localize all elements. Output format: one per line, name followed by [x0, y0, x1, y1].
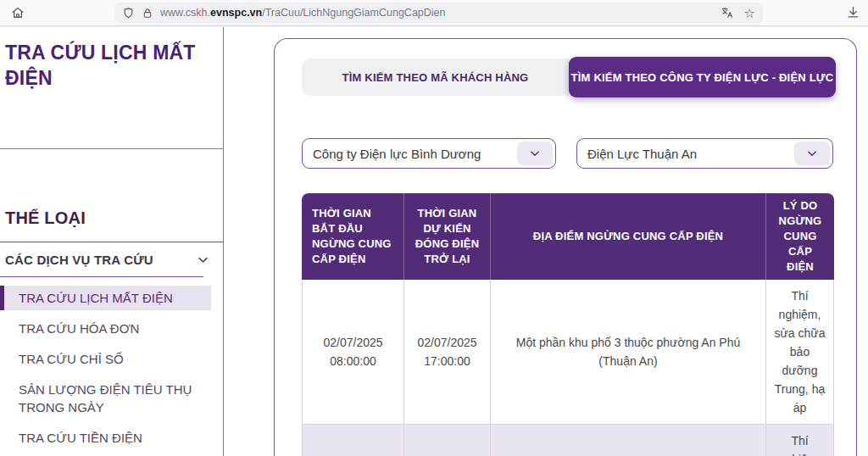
category-heading: THỂ LOẠI	[5, 209, 214, 228]
sidebar-menu: TRA CỨU LỊCH MẤT ĐIỆN TRA CỨU HÓA ĐƠN TR…	[5, 286, 214, 450]
sidebar-item-tra-cuu-tien-dien[interactable]: TRA CỨU TIỀN ĐIỆN	[5, 425, 214, 450]
col-header-start-time: THỜI GIAN BẮT ĐẦU NGỪNG CUNG CẤP ĐIỆN	[302, 193, 403, 280]
filter-row: Công ty Điện lực Bình Dương Điện Lực Thu…	[302, 138, 856, 169]
divider	[0, 276, 203, 277]
home-icon	[10, 5, 25, 20]
cell-location: Một phần khu phố 3 thuộc phường An Phú (…	[490, 280, 765, 425]
download-icon	[846, 5, 860, 19]
home-button[interactable]	[10, 5, 25, 20]
sidebar-item-tra-cuu-lich-mat-dien[interactable]: TRA CỨU LỊCH MẤT ĐIỆN	[0, 286, 211, 310]
browser-toolbar: www.cskh.evnspc.vn/TraCuu/LichNgungGiamC…	[0, 0, 868, 26]
lock-icon	[142, 7, 153, 19]
bookmark-star-icon[interactable]: ☆	[744, 7, 755, 19]
shield-icon[interactable]	[122, 7, 135, 19]
district-select-chevron	[794, 142, 830, 165]
sidebar: TRA CỨU LỊCH MẤT ĐIỆN THỂ LOẠI CÁC DỊCH …	[0, 26, 224, 456]
url-domain: evnspc.vn	[210, 7, 262, 19]
chevron-down-icon	[529, 147, 541, 159]
company-select[interactable]: Công ty Điện lực Bình Dương	[302, 138, 556, 169]
col-header-reason: LÝ DO NGỪNG CUNG CẤP ĐIỆN	[765, 193, 834, 280]
tab-search-by-power-company[interactable]: TÌM KIẾM THEO CÔNG TY ĐIỆN LỰC - ĐIỆN LỰ…	[569, 57, 836, 97]
table-header-row: THỜI GIAN BẮT ĐẦU NGỪNG CUNG CẤP ĐIỆN TH…	[302, 193, 834, 280]
main-content: TÌM KIẾM THEO MÃ KHÁCH HÀNG TÌM KIẾM THE…	[224, 26, 868, 456]
url-prefix: www.cskh.	[160, 7, 210, 19]
cell-start-time: 02/07/2025 08:00:00	[302, 425, 403, 456]
cell-location: Một phần khu phố 3 thuộc phường An Phú (…	[490, 425, 765, 456]
url-bar[interactable]: www.cskh.evnspc.vn/TraCuu/LichNgungGiamC…	[114, 3, 763, 23]
search-tabs: TÌM KIẾM THEO MÃ KHÁCH HÀNG TÌM KIẾM THE…	[302, 58, 834, 96]
cell-restore-time: 02/07/2025 17:00:00	[403, 280, 490, 425]
tab-search-by-customer-code[interactable]: TÌM KIẾM THEO MÃ KHÁCH HÀNG	[302, 58, 569, 96]
outage-schedule-table: THỜI GIAN BẮT ĐẦU NGỪNG CUNG CẤP ĐIỆN TH…	[302, 193, 834, 456]
cell-restore-time: 02/07/2025 17:00:00	[403, 425, 490, 456]
district-select[interactable]: Điện Lực Thuận An	[576, 138, 833, 169]
sidebar-item-tra-cuu-chi-so[interactable]: TRA CỨU CHỈ SỐ	[5, 347, 214, 371]
chevron-down-icon	[197, 253, 209, 266]
translate-icon[interactable]	[721, 6, 734, 19]
services-group-label: CÁC DỊCH VỤ TRA CỨU	[5, 253, 153, 267]
cell-reason: Thí nghiệm, sửa chữa bảo dưỡng Trung, hạ…	[765, 280, 834, 425]
sidebar-item-tra-cuu-hoa-don[interactable]: TRA CỨU HÓA ĐƠN	[5, 316, 214, 341]
divider	[0, 148, 224, 149]
chevron-down-icon	[806, 147, 818, 159]
page-title: TRA CỨU LỊCH MẤT ĐIỆN	[5, 40, 214, 91]
url-path: /TraCuu/LichNgungGiamCungCapDien	[262, 7, 445, 19]
district-select-value: Điện Lực Thuận An	[587, 147, 697, 161]
cell-start-time: 02/07/2025 08:00:00	[302, 280, 403, 425]
col-header-restore-time: THỜI GIAN DỰ KIẾN ĐÓNG ĐIỆN TRỞ LẠI	[403, 193, 490, 280]
search-card: TÌM KIẾM THEO MÃ KHÁCH HÀNG TÌM KIẾM THE…	[274, 38, 857, 456]
company-select-value: Công ty Điện lực Bình Dương	[313, 147, 481, 161]
col-header-location: ĐỊA ĐIỂM NGỪNG CUNG CẤP ĐIỆN	[490, 193, 765, 280]
divider	[0, 242, 224, 242]
table-row: 02/07/2025 08:00:00 02/07/2025 17:00:00 …	[302, 425, 834, 456]
downloads-button[interactable]	[846, 5, 860, 19]
company-select-chevron	[517, 142, 553, 165]
cell-reason: Thí nghiệm, sửa chữa bảo dưỡng Trung, hạ…	[765, 425, 834, 456]
table-row: 02/07/2025 08:00:00 02/07/2025 17:00:00 …	[302, 280, 834, 425]
services-group-toggle[interactable]: CÁC DỊCH VỤ TRA CỨU	[5, 253, 214, 267]
url-text: www.cskh.evnspc.vn/TraCuu/LichNgungGiamC…	[160, 7, 446, 19]
sidebar-item-san-luong-dien[interactable]: SẢN LƯỢNG ĐIỆN TIÊU THỤ TRONG NGÀY	[5, 377, 214, 420]
